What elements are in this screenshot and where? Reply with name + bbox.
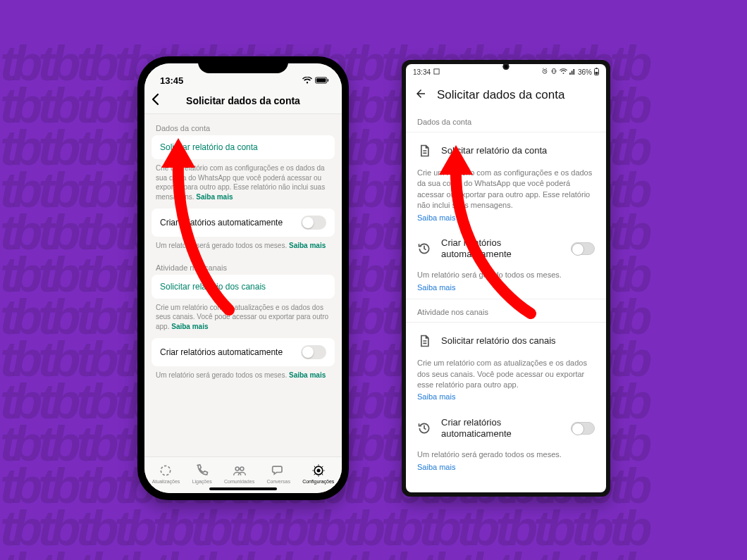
tab-label: Conversas [266,479,290,484]
desc-text: Um relatório será gerado todos os meses. [156,371,289,379]
document-icon [417,334,431,348]
tab-label: Atualizações [152,479,180,484]
auto-reports-toggle[interactable] [571,422,595,435]
svg-rect-2 [328,79,328,82]
auto-reports-row-channels[interactable]: Criar relatórios automaticamente [416,407,596,450]
auto-reports-row-channels[interactable]: Criar relatórios automaticamente [152,338,335,366]
phone-icon [195,463,209,478]
tab-label: Comunidades [224,479,254,484]
learn-more-link[interactable]: Saiba mais [417,282,595,293]
auto-reports-label: Criar relatórios automaticamente [441,417,561,440]
battery-icon [594,68,599,77]
section-label-channels: Atividade nos canais [152,258,335,275]
android-content[interactable]: Dados da conta Solicitar relatório da co… [406,111,606,492]
svg-point-5 [240,467,243,471]
iphone-device-frame: 13:45 Solicitar dados da conta Dados da … [137,56,349,500]
iphone-screen: 13:45 Solicitar dados da conta Dados da … [144,63,342,493]
back-button[interactable] [150,92,160,110]
tab-settings[interactable]: Configurações [302,463,334,484]
auto-reports-toggle[interactable] [571,242,595,255]
desc-text: Crie um relatório com as configurações e… [417,168,592,209]
request-channels-report-desc: Crie um relatório com as atualizações e … [152,303,335,339]
desc-text: Um relatório será gerado todos os meses. [417,270,562,279]
history-icon [417,242,431,256]
request-account-report-row[interactable]: Solicitar relatório da conta [152,135,335,159]
notification-icon [433,68,440,76]
request-channels-report-row[interactable]: Solicitar relatório dos canais [152,275,335,299]
gear-icon [311,463,326,478]
android-punch-hole [503,63,510,70]
tab-communities[interactable]: Comunidades [224,463,254,484]
ios-status-right [302,75,329,86]
battery-percent: 36% [578,68,592,76]
auto-reports-desc: Um relatório será gerado todos os meses.… [416,449,596,477]
request-channels-report-row[interactable]: Solicitar relatório dos canais [416,324,596,358]
status-circle-icon [159,463,173,478]
tab-label: Configurações [302,479,334,484]
desc-text: Crie um relatório com as configurações e… [156,164,325,201]
request-account-report-desc: Crie um relatório com as configurações e… [416,168,596,228]
android-device-frame: 13:34 36% Solicitar dados da conta Dado [402,60,610,497]
document-icon [417,144,431,158]
request-account-report-desc: Crie um relatório com as configurações e… [152,163,335,209]
svg-rect-7 [434,68,439,73]
request-account-report-label: Solicitar relatório da conta [441,145,595,156]
auto-reports-row-account[interactable]: Criar relatórios automaticamente [152,209,335,237]
request-channels-report-label: Solicitar relatório dos canais [160,282,266,292]
svg-rect-9 [552,69,555,74]
svg-point-3 [161,466,171,475]
tab-updates[interactable]: Atualizações [152,463,180,484]
auto-reports-label: Criar relatórios automaticamente [160,218,283,228]
tab-chats[interactable]: Conversas [266,463,290,484]
vibrate-icon [550,68,557,76]
android-status-time: 13:34 [413,68,431,76]
divider [406,299,606,299]
chat-bubbles-icon [271,463,285,478]
people-icon [233,463,247,478]
learn-more-link[interactable]: Saiba mais [417,392,595,402]
request-channels-report-desc: Crie um relatório com as atualizações e … [416,358,596,407]
auto-reports-label: Criar relatórios automaticamente [441,237,561,261]
request-account-report-row[interactable]: Solicitar relatório da conta [416,134,596,168]
auto-reports-desc: Um relatório será gerado todos os meses.… [152,371,335,387]
request-account-report-label: Solicitar relatório da conta [160,142,258,152]
learn-more-link[interactable]: Saiba mais [171,323,208,330]
auto-reports-desc: Um relatório será gerado todos os meses.… [416,270,596,297]
auto-reports-toggle[interactable] [301,216,326,230]
desc-text: Um relatório será gerado todos os meses. [156,242,289,249]
svg-rect-1 [316,78,326,82]
alarm-icon [541,68,548,76]
learn-more-link[interactable]: Saiba mais [196,193,233,201]
android-title-bar: Solicitar dados da conta [406,80,606,111]
back-button[interactable] [414,87,427,104]
desc-text: Um relatório será gerado todos os meses. [417,450,562,459]
learn-more-link[interactable]: Saiba mais [289,242,326,249]
divider [406,132,606,132]
auto-reports-label: Criar relatórios automaticamente [160,347,283,357]
svg-rect-11 [595,72,598,75]
ios-content[interactable]: Dados da conta Solicitar relatório da co… [144,114,342,456]
section-label-account: Dados da conta [416,111,596,130]
wifi-icon [302,75,312,86]
auto-reports-desc: Um relatório será gerado todos os meses.… [152,241,335,258]
learn-more-link[interactable]: Saiba mais [417,462,595,473]
desc-text: Crie um relatório com as atualizações e … [417,359,587,389]
ios-title-bar: Solicitar dados da conta [144,87,342,114]
background-pattern: tbtbtbtbtbtbtbtbtbtbtbtbtbtbtbtbtb tbtbt… [0,0,747,560]
home-indicator[interactable] [209,487,277,490]
android-screen: 13:34 36% Solicitar dados da conta Dado [406,64,606,492]
page-title: Solicitar dados da conta [437,88,564,102]
auto-reports-toggle[interactable] [301,345,326,359]
section-label-channels: Atividade nos canais [416,301,596,321]
request-channels-report-label: Solicitar relatório dos canais [441,335,595,347]
learn-more-link[interactable]: Saiba mais [417,213,595,223]
divider [406,322,606,323]
svg-rect-12 [596,68,598,69]
tab-label: Ligações [192,479,212,484]
history-icon [417,421,431,435]
svg-point-4 [235,467,239,471]
tab-calls[interactable]: Ligações [192,463,212,484]
auto-reports-row-account[interactable]: Criar relatórios automaticamente [416,228,596,270]
section-label-account: Dados da conta [152,118,335,135]
learn-more-link[interactable]: Saiba mais [289,371,326,379]
